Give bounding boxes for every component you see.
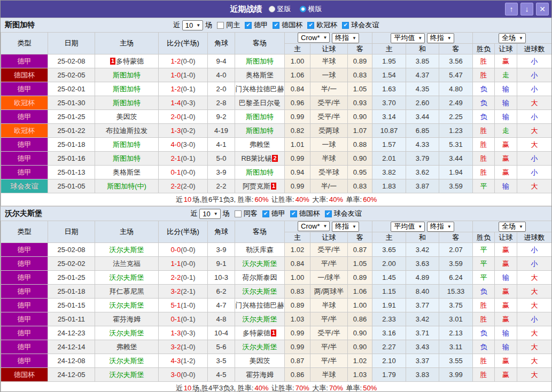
away-team: 多特蒙德1: [235, 326, 285, 340]
full-score: 1-0: [170, 71, 181, 79]
result-goals: 大: [517, 179, 552, 193]
full-score: 3-0: [170, 371, 181, 379]
full-score: 4-0: [170, 140, 181, 148]
filter-checkbox[interactable]: ✔: [290, 210, 297, 217]
move-down-button[interactable]: ↓: [520, 3, 533, 15]
result-wdl: 胜: [473, 312, 495, 326]
league-badge: 德甲: [1, 166, 48, 179]
match-row: 欧冠杯25-01-22布拉迪斯拉发1-3(0-2)4-19斯图加特0.82受两球…: [1, 124, 552, 138]
radio-icon[interactable]: [269, 6, 275, 12]
team-name: 沃尔夫斯堡: [110, 329, 144, 337]
filter-checkbox[interactable]: ✔: [342, 22, 349, 29]
team-section: 斯图加特 近 10 ▼ 场 同主✔德甲✔德国杯✔欧冠杯✔球会友谊 类型: [1, 18, 551, 206]
avg-away: 3.99: [439, 368, 473, 382]
odds-handicap: 受平/半: [310, 243, 348, 257]
avg-home: 3.14: [372, 110, 406, 124]
crow-odds-select[interactable]: Crow*▼: [298, 221, 330, 231]
match-date: 25-02-05: [48, 68, 95, 82]
match-count-select[interactable]: 10 ▼: [182, 20, 203, 30]
match-date: 25-01-30: [48, 96, 95, 110]
avg-draw: 3.43: [406, 340, 439, 354]
move-up-button[interactable]: ↑: [505, 3, 518, 15]
home-team: 奥格斯堡: [95, 166, 159, 179]
odds-away: 1.05: [348, 257, 372, 271]
result-goals: 小: [517, 312, 552, 326]
match-date: 25-02-08: [48, 54, 95, 68]
full-match-select[interactable]: 全场▼: [499, 222, 526, 232]
match-score: 1-2(0-0): [159, 54, 208, 68]
match-score: 5-1(1-0): [159, 299, 208, 312]
result-goals: 大: [517, 340, 552, 354]
filter-controls: 近 10 ▼ 场 同客✔德甲✔德国杯✔球会友谊: [190, 209, 362, 219]
chevron-down-icon: ▼: [447, 36, 452, 41]
team-section: 沃尔夫斯堡 近 10 ▼ 场 同客✔德甲✔德国杯✔球会友谊 类型 日期: [1, 206, 551, 392]
odds-away: 0.95: [348, 166, 372, 179]
average-odds-select[interactable]: 平均值▼: [391, 222, 425, 232]
col-away: 客场: [235, 221, 285, 243]
odds-handicap: 一/球半: [310, 271, 348, 285]
average-odds-select[interactable]: 平均值▼: [391, 33, 425, 43]
team-name: 勒沃库森: [246, 246, 274, 254]
odds-home: 1.06: [285, 68, 310, 82]
avg-home: 1.83: [372, 179, 406, 193]
close-button[interactable]: ✕: [536, 3, 549, 15]
final-index-select[interactable]: 终指▼: [332, 222, 359, 232]
odds-handicap: 两/两球半: [310, 285, 348, 299]
team-name: 沃尔夫斯堡: [110, 246, 144, 254]
filter-checkbox[interactable]: ✔: [307, 22, 314, 29]
avg-away: 1.23: [439, 124, 473, 138]
league-badge: 欧冠杯: [1, 96, 48, 110]
away-team: 荷尔斯泰因: [235, 271, 285, 285]
half-score: (0-1): [181, 273, 195, 281]
avg-away: 2.25: [439, 110, 473, 124]
match-row: 德甲25-02-08沃尔夫斯堡0-0(0-0)3-9勒沃库森1.02受平/半0.…: [1, 243, 552, 257]
filter-checkbox[interactable]: [217, 22, 224, 29]
filter-checkbox[interactable]: ✔: [245, 22, 252, 29]
match-date: 25-01-13: [48, 166, 95, 179]
odds-handicap: 一球: [310, 138, 348, 152]
match-row: 德甲25-02-01斯图加特1-2(0-1)2-0门兴格拉德巴赫0.84半/一1…: [1, 82, 552, 96]
half-score: (1-0): [181, 301, 195, 309]
away-team: 沃尔夫斯堡: [235, 312, 285, 326]
odds-handicap: 半球: [310, 152, 348, 166]
avg-home: 1.79: [372, 368, 406, 382]
crow-odds-value: Crow*: [301, 34, 320, 42]
team-name: 奥格斯堡: [246, 71, 274, 79]
half-score: (0-1): [181, 315, 195, 323]
radio-icon[interactable]: [300, 6, 306, 12]
average-odds-value: 平均值: [394, 222, 415, 231]
final-index-select-2[interactable]: 终指▼: [427, 33, 454, 43]
radio-horizontal-layout[interactable]: 横版: [300, 4, 322, 14]
avg-draw: 3.87: [406, 179, 439, 193]
filter-checkbox[interactable]: ✔: [273, 22, 279, 29]
match-date: 25-02-08: [48, 243, 95, 257]
avg-home: 2.01: [372, 152, 406, 166]
full-match-select[interactable]: 全场▼: [499, 33, 526, 43]
result-wdl: 胜: [473, 68, 495, 82]
league-badge: 德甲: [1, 312, 48, 326]
col-avg-away: 客: [439, 44, 473, 54]
match-count-select[interactable]: 10 ▼: [199, 209, 220, 219]
match-score: 2-1(0-1): [159, 152, 208, 166]
away-team: 弗赖堡: [235, 138, 285, 152]
filter-checkbox[interactable]: [235, 210, 242, 217]
team-name: 法兰克福: [113, 260, 141, 268]
avg-away: 4.80: [439, 82, 473, 96]
odds-home: 0.83: [285, 285, 310, 299]
odds-home: 0.87: [285, 354, 310, 368]
odds-away: 0.90: [348, 110, 372, 124]
match-date: 25-01-18: [48, 138, 95, 152]
recent-label: 近: [190, 209, 197, 218]
result-handicap: 输: [495, 110, 517, 124]
radio-vertical-layout[interactable]: 竖版: [269, 4, 291, 14]
filter-checkbox[interactable]: ✔: [262, 210, 269, 217]
corner-count: 5-6: [208, 340, 235, 354]
full-score: 3-2: [170, 343, 181, 351]
final-index-select[interactable]: 终指▼: [332, 33, 359, 43]
match-row: 德甲25-01-18拜仁慕尼黑3-2(2-1)6-2沃尔夫斯堡0.83两/两球半…: [1, 285, 552, 299]
filter-checkbox[interactable]: ✔: [325, 210, 332, 217]
team-name: 沃尔夫斯堡: [110, 371, 144, 379]
final-index-select-2[interactable]: 终指▼: [427, 222, 454, 232]
summary-text: 40%: [329, 195, 343, 203]
crow-odds-select[interactable]: Crow*▼: [298, 33, 330, 43]
